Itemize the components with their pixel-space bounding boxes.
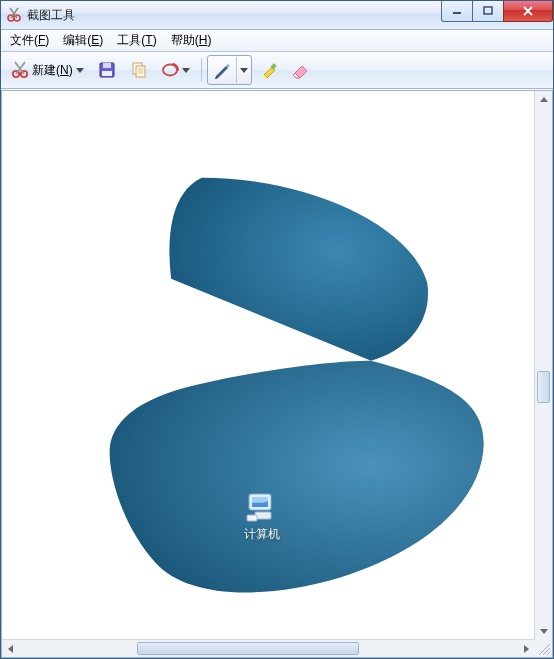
horizontal-scrollbar[interactable] [2,639,535,657]
toolbar-separator [201,58,202,82]
pen-icon[interactable] [208,57,237,83]
window-buttons [442,1,553,21]
menu-help[interactable]: 帮助(H) [164,30,219,51]
svg-rect-8 [102,71,112,76]
highlighter-button[interactable] [254,55,284,85]
menu-tools[interactable]: 工具(T) [110,30,163,51]
vertical-scrollbar[interactable] [534,91,552,640]
snipping-tool-window: 截图工具 文件(F) 编辑(E) 工具(T) 帮助(H) [0,0,554,659]
maximize-button[interactable] [472,1,504,22]
new-snip-label: 新建(N) [32,62,73,79]
send-dropdown[interactable] [181,68,191,73]
scroll-right-button[interactable] [518,640,535,657]
new-snip-button[interactable]: 新建(N) [5,55,90,85]
pen-dropdown[interactable] [237,57,251,83]
scroll-down-button[interactable] [535,623,552,640]
snip-content: 计算机 [2,91,535,640]
save-button[interactable] [92,55,122,85]
eraser-icon [291,60,311,80]
toolbar: 新建(N) [1,52,553,89]
menu-file[interactable]: 文件(F) [3,30,56,51]
mail-icon [161,60,181,80]
pen-button[interactable] [207,55,252,85]
svg-rect-10 [136,66,145,77]
snip-canvas[interactable]: 计算机 [2,91,535,640]
menubar: 文件(F) 编辑(E) 工具(T) 帮助(H) [1,30,553,52]
scissors-icon [10,60,30,80]
eraser-button[interactable] [286,55,316,85]
send-button[interactable] [156,55,196,85]
vertical-scroll-thumb[interactable] [537,371,550,403]
scroll-left-button[interactable] [2,640,19,657]
app-icon [6,7,22,23]
new-snip-dropdown[interactable] [75,68,85,73]
desktop-computer-icon: 计算机 [232,491,292,543]
svg-rect-16 [247,515,257,521]
resize-grip[interactable] [535,640,552,657]
horizontal-scroll-thumb[interactable] [137,642,359,655]
menu-edit[interactable]: 编辑(E) [56,30,110,51]
copy-icon [129,60,149,80]
save-icon [97,60,117,80]
svg-point-11 [163,65,177,76]
titlebar[interactable]: 截图工具 [1,1,553,30]
desktop-icon-label: 计算机 [232,526,292,543]
client-area: 计算机 [1,89,553,658]
svg-rect-3 [484,7,492,14]
scroll-up-button[interactable] [535,91,552,108]
minimize-button[interactable] [441,1,473,22]
close-button[interactable] [503,1,553,22]
svg-rect-2 [453,12,461,14]
highlighter-icon [259,60,279,80]
copy-button[interactable] [124,55,154,85]
svg-rect-7 [103,63,111,68]
window-title: 截图工具 [27,7,75,24]
scroll-viewport: 计算机 [1,90,553,658]
